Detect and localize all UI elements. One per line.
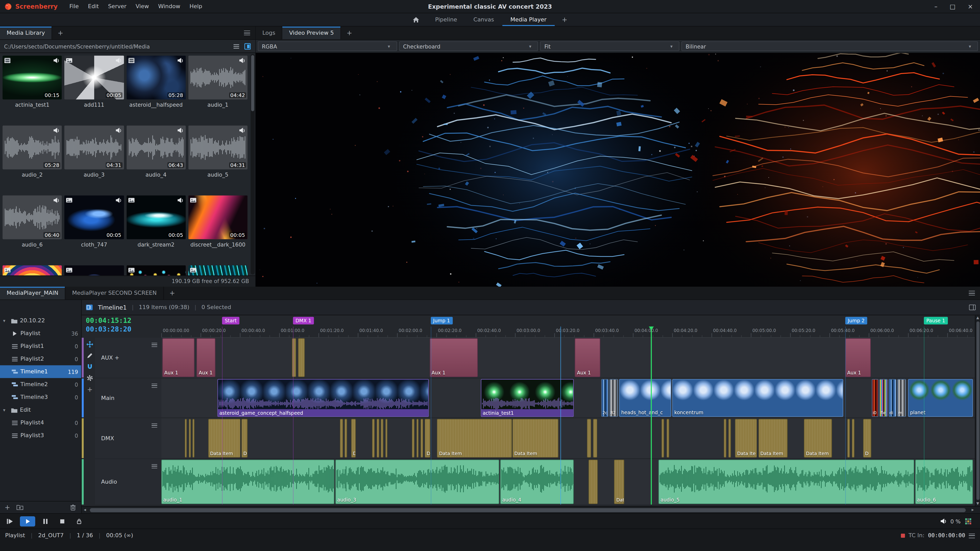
library-path[interactable]: C:/Users/secto/Documents/Screenberry/unt… xyxy=(4,43,150,49)
track-menu-icon[interactable] xyxy=(152,343,157,347)
timeline-clip[interactable] xyxy=(667,419,669,457)
timeline-clip[interactable]: Data Item xyxy=(804,419,832,457)
media-item[interactable] xyxy=(188,265,247,275)
add-track-icon[interactable]: + xyxy=(87,386,93,393)
track-lane-audio[interactable]: audio_1audio_3audio_4Dataudio_5audio_6 xyxy=(161,459,975,505)
media-item[interactable]: 00:15actinia_test1 xyxy=(3,56,62,123)
media-item[interactable]: 00:05dark_stream2 xyxy=(126,195,186,263)
status-menu-icon[interactable] xyxy=(969,534,975,538)
scroll-left-icon[interactable]: ◂ xyxy=(84,507,86,513)
media-item[interactable] xyxy=(64,265,124,275)
timeline-panel-toggle-icon[interactable] xyxy=(969,304,976,311)
timeline-clip[interactable]: Aux 1 xyxy=(845,338,871,377)
media-item[interactable]: 00:05discreet__dark_1600 xyxy=(188,195,247,263)
tree-item-timeline2[interactable]: Timeline20 xyxy=(0,378,81,391)
timeline-clip[interactable] xyxy=(185,419,187,457)
tree-item-playlist1[interactable]: Playlist10 xyxy=(0,340,81,353)
tab-media-library[interactable]: Media Library xyxy=(0,27,52,39)
filtering-select[interactable]: Bilinear▾ xyxy=(682,41,978,51)
move-tool-icon[interactable] xyxy=(86,341,94,348)
time-ruler[interactable]: 00:00:00.0000:00:20.000:00:40.000:01:00.… xyxy=(161,326,975,338)
track-menu-icon[interactable] xyxy=(152,464,157,468)
timeline-clip[interactable]: i0 xyxy=(872,379,879,417)
tree-item-playlist4[interactable]: Playlist40 xyxy=(0,416,81,429)
chevron-down-icon[interactable]: ▾ xyxy=(3,407,8,413)
add-player-tab-button[interactable]: + xyxy=(164,287,181,299)
media-item[interactable]: 00:05add111 xyxy=(64,56,124,123)
library-menu-icon[interactable] xyxy=(244,31,250,35)
media-item[interactable]: 06:40audio_6 xyxy=(3,195,62,263)
routing-matrix-icon[interactable] xyxy=(965,518,972,525)
timeline-clip[interactable] xyxy=(385,419,388,457)
timeline-clip[interactable]: audio_6 xyxy=(915,460,973,504)
minimize-button[interactable]: – xyxy=(934,3,937,10)
timeline-clip[interactable] xyxy=(298,338,305,377)
scroll-up-icon[interactable]: ▲ xyxy=(975,316,980,320)
track-lane-dmx[interactable]: Data ItemDDDDData ItemData ItemData IteD… xyxy=(161,418,975,458)
media-item[interactable] xyxy=(126,265,186,275)
timeline-clip[interactable]: D xyxy=(863,419,871,457)
pause-button[interactable] xyxy=(39,516,52,526)
media-item[interactable]: 00:05cloth_747 xyxy=(64,195,124,263)
timeline-clip[interactable] xyxy=(416,419,418,457)
media-item[interactable]: 05:28asteroid__halfspeed xyxy=(126,56,186,123)
timeline-clip[interactable]: fle xyxy=(880,379,888,417)
marker-jump-2[interactable]: Jump 2 xyxy=(845,317,867,324)
player-menu-icon[interactable] xyxy=(969,291,975,295)
timeline-clip[interactable]: Aux 1 xyxy=(162,338,195,377)
add-folder-icon[interactable] xyxy=(16,504,24,511)
track-header-audio[interactable]: Audio xyxy=(95,459,161,505)
timeline-clip[interactable] xyxy=(848,419,850,457)
timeline-clip[interactable] xyxy=(852,419,854,457)
add-preview-tab-button[interactable]: + xyxy=(341,27,358,39)
library-scrollbar[interactable] xyxy=(251,54,255,275)
tab-logs[interactable]: Logs xyxy=(256,27,283,39)
timeline-clip[interactable]: 82 xyxy=(609,379,618,417)
media-item[interactable]: 05:28audio_2 xyxy=(3,125,62,193)
timeline-clip[interactable]: Aux 1 xyxy=(575,338,600,377)
gear-icon[interactable] xyxy=(86,375,94,381)
add-library-tab-button[interactable]: + xyxy=(52,27,69,39)
timeline-clip[interactable]: Aux 1 xyxy=(430,338,478,377)
timeline-clip[interactable]: asteroid_game_concept_halfspeed xyxy=(217,379,429,417)
nav-tab-media-player[interactable]: Media Player xyxy=(502,13,554,26)
marker-jump-1[interactable]: Jump 1 xyxy=(431,317,453,324)
timeline-clip[interactable]: audio_1 xyxy=(161,460,334,504)
grid-view-icon[interactable] xyxy=(244,43,251,50)
scroll-down-icon[interactable]: ▼ xyxy=(975,502,980,506)
tree-item-20-10-22[interactable]: ▾20.10.22 xyxy=(0,314,81,327)
timeline-clip[interactable]: Data Item xyxy=(208,419,240,457)
maximize-button[interactable]: □ xyxy=(950,3,956,10)
home-tab[interactable] xyxy=(406,13,427,26)
timeline-clip[interactable] xyxy=(377,419,379,457)
track-lane-main[interactable]: asteroid_game_concept_halfspeedactinia_t… xyxy=(161,378,975,417)
pencil-tool-icon[interactable] xyxy=(86,352,94,359)
tree-item-playlist[interactable]: Playlist36 xyxy=(0,327,81,340)
timeline-clip[interactable]: di xyxy=(888,379,896,417)
track-header-main[interactable]: Main xyxy=(95,378,161,417)
timeline-clip[interactable] xyxy=(381,419,383,457)
timeline-clip[interactable] xyxy=(189,419,191,457)
scaling-select[interactable]: Fit▾ xyxy=(540,41,679,51)
timeline-clip[interactable] xyxy=(372,419,375,457)
media-item[interactable]: 04:42audio_1 xyxy=(188,56,247,123)
timeline-clip[interactable]: D xyxy=(345,419,347,457)
timeline-clip[interactable]: audio_3 xyxy=(335,460,499,504)
timeline-clip[interactable] xyxy=(662,419,664,457)
play-button[interactable] xyxy=(20,516,35,526)
tab-video-preview-5[interactable]: Video Preview 5 xyxy=(283,27,341,39)
track-header-aux[interactable]: AUX + xyxy=(95,338,161,378)
timeline-horizontal-scrollbar[interactable]: ◂ ▸ xyxy=(82,506,980,513)
add-item-button[interactable]: + xyxy=(5,503,10,511)
media-item[interactable]: 04:31audio_3 xyxy=(64,125,124,193)
menu-window[interactable]: Window xyxy=(153,0,185,13)
track-lane-aux[interactable]: Aux 1Aux 1Aux 1Aux 1Aux 1 xyxy=(161,338,975,378)
menu-edit[interactable]: Edit xyxy=(83,0,103,13)
track-menu-icon[interactable] xyxy=(152,384,157,387)
tab-mediaplayer-second-screen[interactable]: MediaPlayer SECOND SCREEN xyxy=(65,287,164,299)
media-item[interactable] xyxy=(3,265,62,275)
media-item[interactable]: 06:43audio_4 xyxy=(126,125,186,193)
menu-file[interactable]: File xyxy=(65,0,83,13)
scroll-right-icon[interactable]: ▸ xyxy=(972,507,974,513)
vscroll-thumb[interactable] xyxy=(977,321,980,500)
